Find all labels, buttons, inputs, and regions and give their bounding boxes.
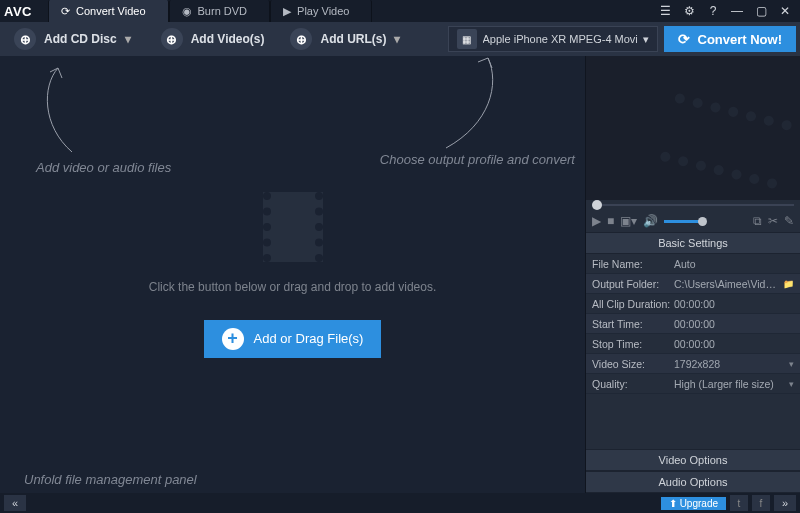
panel-collapse-button[interactable]: « (4, 495, 26, 511)
tab-burn-dvd[interactable]: ◉ Burn DVD (169, 0, 271, 22)
film-plus-icon: ⊕ (161, 28, 183, 50)
settings-label: Quality: (592, 378, 674, 390)
settings-row[interactable]: Output Folder:C:\Users\Aimee\Videos…📁 (586, 274, 800, 294)
output-profile-select[interactable]: ▦ Apple iPhone XR MPEG-4 Movie (*.m… ▾ (448, 26, 658, 52)
toolbar: ⊕ Add CD Disc ▾ ⊕ Add Video(s) ⊕ Add URL… (0, 22, 800, 56)
video-options-header[interactable]: Video Options (586, 449, 800, 471)
chevron-down-icon: ▾ (789, 379, 794, 389)
cut-icon[interactable]: ✂ (768, 214, 778, 228)
basic-settings: File Name:AutoOutput Folder:C:\Users\Aim… (586, 254, 800, 394)
settings-value[interactable]: High (Larger file size)▾ (674, 378, 794, 390)
tab-label: Play Video (297, 5, 349, 17)
add-videos-button[interactable]: ⊕ Add Video(s) (151, 26, 275, 52)
button-label: Upgrade (680, 498, 718, 509)
tab-convert-video[interactable]: ⟳ Convert Video (48, 0, 169, 22)
minimize-icon[interactable]: — (728, 2, 746, 20)
tab-play-video[interactable]: ▶ Play Video (270, 0, 372, 22)
play-icon: ▶ (283, 5, 291, 18)
settings-value[interactable]: 1792x828▾ (674, 358, 794, 370)
button-label: Add or Drag File(s) (254, 331, 364, 346)
upgrade-button[interactable]: ⬆ Upgrade (661, 497, 726, 510)
main: Add video or audio files Choose output p… (0, 56, 800, 493)
basic-settings-header[interactable]: Basic Settings (586, 232, 800, 254)
settings-label: Start Time: (592, 318, 674, 330)
annotation-text: Unfold file management panel (24, 472, 197, 487)
button-label: Add CD Disc (44, 32, 117, 46)
tabs: ⟳ Convert Video ◉ Burn DVD ▶ Play Video (48, 0, 372, 22)
settings-label: Video Size: (592, 358, 674, 370)
twitter-icon[interactable]: t (730, 495, 748, 511)
settings-label: All Clip Duration: (592, 298, 674, 310)
app-logo: AVC (0, 4, 48, 19)
annotation-add-files: Add video or audio files (36, 160, 171, 175)
volume-slider[interactable] (664, 220, 702, 223)
settings-row[interactable]: File Name:Auto (586, 254, 800, 274)
preview-area (586, 56, 800, 200)
tab-label: Burn DVD (198, 5, 248, 17)
status-bar: « ⬆ Upgrade t f » (0, 493, 800, 513)
film-placeholder-icon (263, 192, 323, 262)
close-icon[interactable]: ✕ (776, 2, 794, 20)
button-label: Add URL(s) (320, 32, 386, 46)
tab-label: Convert Video (76, 5, 146, 17)
stop-icon[interactable]: ■ (607, 214, 614, 228)
settings-value[interactable]: Auto (674, 258, 794, 270)
window-controls: ☰ ⚙ ? — ▢ ✕ (656, 2, 800, 20)
popout-icon[interactable]: ⧉ (753, 214, 762, 228)
film-roll-icon (659, 93, 792, 190)
settings-label: Stop Time: (592, 338, 674, 350)
plus-icon: + (222, 328, 244, 350)
add-or-drag-files-button[interactable]: + Add or Drag File(s) (204, 320, 382, 358)
chevron-down-icon: ▾ (789, 359, 794, 369)
help-icon[interactable]: ? (704, 2, 722, 20)
arrow-up-icon: ⬆ (669, 498, 677, 509)
snapshot-icon[interactable]: ▣▾ (620, 214, 637, 228)
button-label: Add Video(s) (191, 32, 265, 46)
settings-value[interactable]: 00:00:00 (674, 298, 794, 310)
settings-value[interactable]: 00:00:00 (674, 338, 794, 350)
disc-icon: ◉ (182, 5, 192, 18)
add-urls-button[interactable]: ⊕ Add URL(s) ▾ (280, 26, 414, 52)
device-icon: ▦ (457, 29, 477, 49)
gear-icon[interactable]: ⚙ (680, 2, 698, 20)
refresh-icon: ⟳ (678, 31, 690, 47)
refresh-icon: ⟳ (61, 5, 70, 18)
settings-row[interactable]: Quality:High (Larger file size)▾ (586, 374, 800, 394)
audio-options-header[interactable]: Audio Options (586, 471, 800, 493)
settings-label: Output Folder: (592, 278, 674, 290)
chevron-down-icon[interactable]: ▾ (394, 32, 404, 46)
stage: Add video or audio files Choose output p… (0, 56, 586, 493)
settings-row[interactable]: Video Size:1792x828▾ (586, 354, 800, 374)
settings-row[interactable]: Stop Time:00:00:00 (586, 334, 800, 354)
volume-icon[interactable]: 🔊 (643, 214, 658, 228)
add-cd-disc-button[interactable]: ⊕ Add CD Disc ▾ (4, 26, 145, 52)
settings-value[interactable]: 00:00:00 (674, 318, 794, 330)
disc-plus-icon: ⊕ (14, 28, 36, 50)
title-bar: AVC ⟳ Convert Video ◉ Burn DVD ▶ Play Vi… (0, 0, 800, 22)
annotation-unfold-panel: Unfold file management panel (24, 472, 197, 487)
annotation-output-profile: Choose output profile and convert (380, 152, 575, 167)
settings-row[interactable]: All Clip Duration:00:00:00 (586, 294, 800, 314)
chevron-down-icon[interactable]: ▾ (125, 32, 135, 46)
edit-icon[interactable]: ✎ (784, 214, 794, 228)
stage-hint: Click the button below or drag and drop … (149, 280, 437, 294)
side-panel: ▶ ■ ▣▾ 🔊 ⧉ ✂ ✎ Basic Settings File Name:… (586, 56, 800, 493)
button-label: Convert Now! (698, 32, 783, 47)
chevron-down-icon: ▾ (643, 33, 649, 46)
maximize-icon[interactable]: ▢ (752, 2, 770, 20)
player-controls: ▶ ■ ▣▾ 🔊 ⧉ ✂ ✎ (586, 210, 800, 232)
annotation-text: Choose output profile and convert (380, 152, 575, 167)
folder-icon[interactable]: 📁 (783, 279, 794, 289)
play-icon[interactable]: ▶ (592, 214, 601, 228)
convert-now-button[interactable]: ⟳ Convert Now! (664, 26, 797, 52)
facebook-icon[interactable]: f (752, 495, 770, 511)
menu-icon[interactable]: ☰ (656, 2, 674, 20)
progress-bar[interactable] (586, 200, 800, 210)
settings-label: File Name: (592, 258, 674, 270)
settings-value[interactable]: C:\Users\Aimee\Videos…📁 (674, 278, 794, 290)
output-profile-label: Apple iPhone XR MPEG-4 Movie (*.m… (483, 33, 637, 45)
globe-plus-icon: ⊕ (290, 28, 312, 50)
settings-row[interactable]: Start Time:00:00:00 (586, 314, 800, 334)
panel-expand-button[interactable]: » (774, 495, 796, 511)
progress-knob[interactable] (592, 200, 602, 210)
